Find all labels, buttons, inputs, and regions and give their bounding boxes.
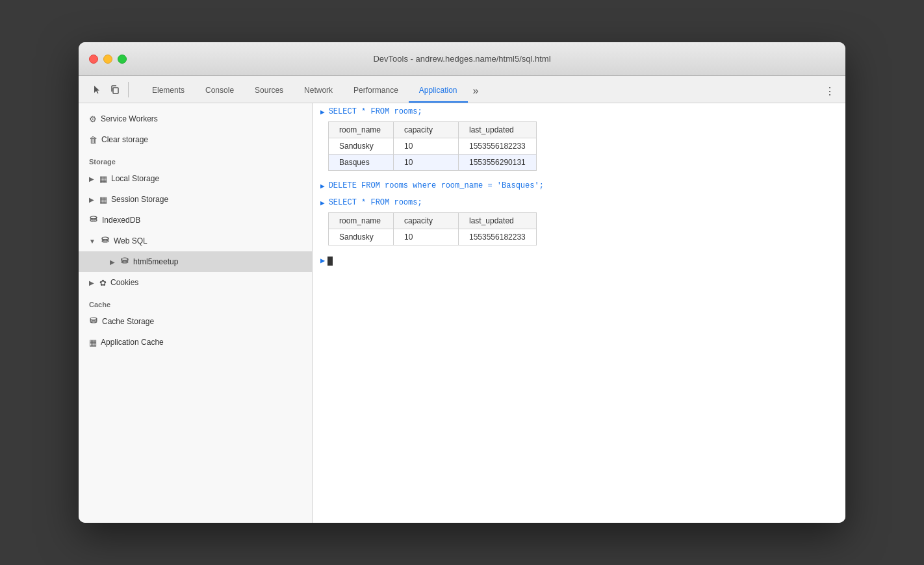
cell-room-name: Sandusky bbox=[329, 229, 394, 245]
sidebar-item-label: Cache Storage bbox=[102, 317, 154, 326]
col-header-last-updated: last_updated bbox=[459, 213, 537, 229]
cell-capacity: 10 bbox=[394, 229, 459, 245]
tab-console[interactable]: Console bbox=[195, 79, 244, 103]
grid-icon: ▦ bbox=[99, 195, 107, 205]
expand-icon: ▶ bbox=[320, 182, 325, 190]
cell-room-name: Sandusky bbox=[329, 138, 394, 155]
kebab-menu-button[interactable]: ⋮ bbox=[819, 79, 840, 103]
result-table-2: room_name capacity last_updated Sandusky… bbox=[328, 212, 537, 245]
chevron-right-icon: ▶ bbox=[89, 175, 94, 182]
sidebar-item-label: Service Workers bbox=[101, 114, 158, 123]
cell-last-updated: 1553556182233 bbox=[459, 138, 537, 155]
table-row: Basques 10 1553556290131 bbox=[329, 155, 537, 171]
sidebar-item-label: Application Cache bbox=[101, 338, 164, 347]
cell-last-updated: 1553556182233 bbox=[459, 229, 537, 245]
tab-performance[interactable]: Performance bbox=[343, 79, 409, 103]
col-header-room-name: room_name bbox=[329, 213, 394, 229]
col-header-room-name: room_name bbox=[329, 122, 394, 138]
sql-text: DELETE FROM rooms where room_name = 'Bas… bbox=[329, 181, 544, 190]
minimize-button[interactable] bbox=[103, 55, 112, 64]
storage-section-label: Storage bbox=[79, 150, 312, 168]
traffic-lights bbox=[89, 55, 127, 64]
tab-application[interactable]: Application bbox=[409, 79, 468, 103]
db-icon bbox=[89, 316, 98, 327]
devtools-window: DevTools - andrew.hedges.name/html5/sql.… bbox=[79, 42, 845, 523]
svg-rect-0 bbox=[113, 88, 118, 94]
col-header-capacity: capacity bbox=[394, 122, 459, 138]
sidebar-item-local-storage[interactable]: ▶ ▦ Local Storage bbox=[79, 168, 312, 189]
tab-divider bbox=[128, 82, 129, 97]
sidebar-item-cache-storage[interactable]: Cache Storage bbox=[79, 311, 312, 332]
tab-sources[interactable]: Sources bbox=[244, 79, 294, 103]
titlebar: DevTools - andrew.hedges.name/html5/sql.… bbox=[79, 42, 845, 76]
cursor-icon[interactable] bbox=[89, 82, 105, 97]
copy-icon[interactable] bbox=[107, 82, 123, 97]
sidebar-item-indexeddb[interactable]: IndexedDB bbox=[79, 210, 312, 231]
sidebar-item-label: Clear storage bbox=[101, 135, 148, 144]
db-icon bbox=[120, 257, 129, 268]
sidebar-item-application-cache[interactable]: ▦ Application Cache bbox=[79, 332, 312, 353]
expand-icon: ▶ bbox=[320, 108, 325, 116]
cell-capacity: 10 bbox=[394, 138, 459, 155]
sidebar-item-clear-storage[interactable]: 🗑 Clear storage bbox=[79, 129, 312, 150]
sidebar-item-label: Web SQL bbox=[114, 236, 148, 245]
chevron-right-icon: ▶ bbox=[89, 196, 94, 203]
cell-last-updated: 1553556290131 bbox=[459, 155, 537, 171]
trash-icon: 🗑 bbox=[89, 135, 97, 145]
col-header-last-updated: last_updated bbox=[459, 122, 537, 138]
sidebar-item-label: html5meetup bbox=[133, 257, 178, 266]
sidebar-item-html5meetup[interactable]: ▶ html5meetup bbox=[79, 251, 312, 272]
sidebar-item-label: IndexedDB bbox=[102, 216, 140, 225]
db-icon bbox=[101, 236, 110, 247]
tab-network[interactable]: Network bbox=[294, 79, 343, 103]
tab-toolbar bbox=[84, 76, 136, 103]
tabbar: Elements Console Sources Network Perform… bbox=[79, 76, 845, 103]
cell-room-name: Basques bbox=[329, 155, 394, 171]
chevron-right-icon: ▶ bbox=[110, 258, 115, 266]
gear-icon: ⚙ bbox=[89, 114, 97, 124]
result-table-1: room_name capacity last_updated Sandusky… bbox=[328, 121, 537, 171]
tab-elements[interactable]: Elements bbox=[142, 79, 195, 103]
chevron-down-icon: ▼ bbox=[89, 238, 96, 245]
grid-icon: ▦ bbox=[89, 338, 97, 347]
main-area: ⚙ Service Workers 🗑 Clear storage Storag… bbox=[79, 103, 845, 523]
close-button[interactable] bbox=[89, 55, 98, 64]
sql-query-2[interactable]: ▶ DELETE FROM rooms where room_name = 'B… bbox=[313, 177, 845, 194]
sql-text: SELECT * FROM rooms; bbox=[329, 107, 422, 116]
maximize-button[interactable] bbox=[118, 55, 127, 64]
sidebar-item-label: Session Storage bbox=[111, 195, 168, 204]
table-row: Sandusky 10 1553556182233 bbox=[329, 138, 537, 155]
chevron-right-icon: ▶ bbox=[89, 279, 94, 286]
sidebar: ⚙ Service Workers 🗑 Clear storage Storag… bbox=[79, 103, 313, 523]
db-icon bbox=[89, 215, 98, 226]
col-header-capacity: capacity bbox=[394, 213, 459, 229]
sql-query-1[interactable]: ▶ SELECT * FROM rooms; bbox=[313, 103, 845, 120]
sidebar-item-web-sql[interactable]: ▼ Web SQL bbox=[79, 231, 312, 251]
sidebar-item-session-storage[interactable]: ▶ ▦ Session Storage bbox=[79, 189, 312, 210]
cell-capacity: 10 bbox=[394, 155, 459, 171]
cache-section-label: Cache bbox=[79, 293, 312, 311]
expand-icon: ▶ bbox=[320, 199, 325, 207]
sidebar-item-label: Cookies bbox=[110, 278, 138, 287]
grid-icon: ▦ bbox=[99, 174, 107, 184]
sidebar-item-service-workers[interactable]: ⚙ Service Workers bbox=[79, 108, 312, 129]
sql-text: SELECT * FROM rooms; bbox=[329, 198, 422, 207]
table-row: Sandusky 10 1553556182233 bbox=[329, 229, 537, 245]
cursor-caret bbox=[327, 257, 333, 266]
sidebar-item-label: Local Storage bbox=[111, 174, 159, 183]
content-panel: ▶ SELECT * FROM rooms; room_name capacit… bbox=[313, 103, 845, 523]
sidebar-item-cookies[interactable]: ▶ ✿ Cookies bbox=[79, 272, 312, 293]
cursor-line[interactable]: ▶ bbox=[313, 252, 845, 270]
more-tabs-button[interactable]: » bbox=[468, 79, 484, 103]
sql-query-3[interactable]: ▶ SELECT * FROM rooms; bbox=[313, 194, 845, 211]
prompt-icon: ▶ bbox=[320, 256, 325, 266]
window-title: DevTools - andrew.hedges.name/html5/sql.… bbox=[373, 54, 550, 64]
cookie-icon: ✿ bbox=[99, 278, 107, 288]
